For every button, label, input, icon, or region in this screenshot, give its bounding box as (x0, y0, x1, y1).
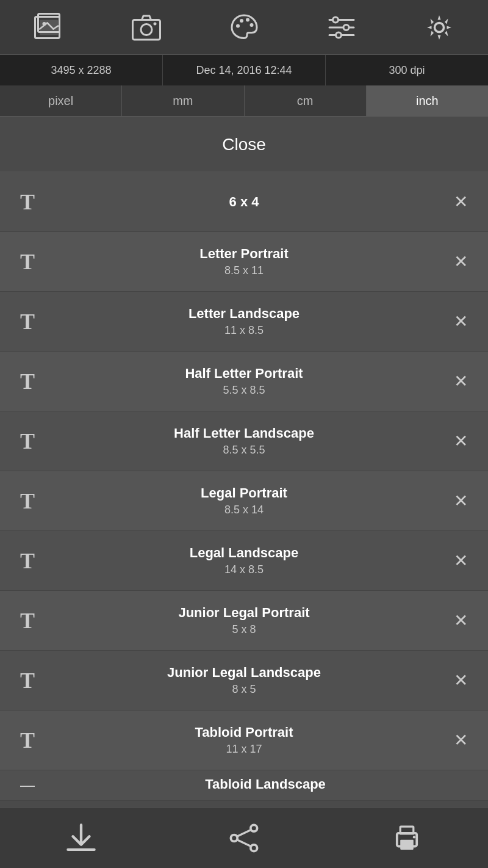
item-type-icon: T (6, 189, 49, 215)
list-item[interactable]: T Legal Landscape 14 x 8.5 ✕ (0, 531, 488, 591)
item-title: Legal Landscape (190, 545, 299, 561)
sliders-icon[interactable] (323, 9, 360, 46)
item-subtitle: 5 x 8 (232, 623, 256, 636)
camera-icon[interactable] (128, 9, 165, 46)
share-button[interactable] (223, 817, 265, 859)
svg-point-11 (240, 19, 243, 23)
delete-button[interactable]: ✕ (439, 371, 482, 391)
size-list: T 6 x 4 ✕ T Letter Portrait 8.5 x 11 ✕ T… (0, 172, 488, 801)
svg-point-17 (333, 17, 339, 23)
date-info: Dec 14, 2016 12:44 (163, 55, 326, 85)
item-subtitle: 11 x 8.5 (224, 324, 264, 337)
tab-pixel[interactable]: pixel (0, 85, 122, 116)
item-title: Tabloid Portrait (195, 725, 293, 740)
item-subtitle: 5.5 x 8.5 (223, 384, 265, 397)
item-title: Half Letter Landscape (174, 425, 314, 441)
svg-line-27 (237, 839, 251, 846)
list-item-partial[interactable]: — Tabloid Landscape (0, 770, 488, 801)
item-title: Junior Legal Landscape (167, 665, 321, 681)
item-type-icon: T (6, 369, 49, 394)
list-item[interactable]: T Letter Portrait 8.5 x 11 ✕ (0, 232, 488, 292)
bottom-toolbar (0, 807, 488, 868)
item-title: Junior Legal Portrait (178, 605, 309, 621)
list-item[interactable]: T Junior Legal Portrait 5 x 8 ✕ (0, 591, 488, 651)
item-subtitle: 11 x 17 (226, 743, 262, 756)
delete-button[interactable]: ✕ (439, 551, 482, 571)
gallery-icon[interactable] (30, 9, 67, 46)
item-type-icon: T (6, 728, 49, 753)
item-dash-icon: — (6, 776, 49, 794)
item-content: Legal Landscape 14 x 8.5 (49, 545, 439, 576)
item-title: Letter Portrait (199, 246, 288, 262)
download-button[interactable] (60, 817, 102, 859)
list-item[interactable]: T 6 x 4 ✕ (0, 172, 488, 232)
item-content: Legal Portrait 8.5 x 14 (49, 485, 439, 516)
top-toolbar (0, 0, 488, 55)
delete-button[interactable]: ✕ (439, 730, 482, 750)
svg-point-9 (154, 22, 157, 25)
item-content: Half Letter Landscape 8.5 x 5.5 (49, 425, 439, 457)
item-content: Letter Portrait 8.5 x 11 (49, 246, 439, 277)
item-type-icon: T (6, 668, 49, 693)
svg-point-18 (343, 24, 349, 30)
close-area: Close (0, 117, 488, 172)
item-subtitle: 8.5 x 11 (224, 264, 264, 277)
delete-button[interactable]: ✕ (439, 491, 482, 511)
info-bar: 3495 x 2288 Dec 14, 2016 12:44 300 dpi (0, 55, 488, 85)
delete-button[interactable]: ✕ (439, 610, 482, 631)
svg-point-13 (250, 23, 254, 27)
tab-mm[interactable]: mm (122, 85, 244, 116)
item-type-icon: T (6, 249, 49, 275)
item-title: Half Letter Portrait (185, 366, 303, 382)
item-content: Half Letter Portrait 5.5 x 8.5 (49, 366, 439, 397)
delete-button[interactable]: ✕ (439, 311, 482, 331)
print-button[interactable] (386, 817, 428, 859)
delete-button[interactable]: ✕ (439, 670, 482, 690)
svg-point-31 (412, 836, 415, 838)
resolution-info: 3495 x 2288 (0, 55, 163, 85)
partial-item-title: Tabloid Landscape (49, 776, 482, 792)
svg-point-6 (43, 22, 46, 26)
item-content: Letter Landscape 11 x 8.5 (49, 306, 439, 337)
list-item[interactable]: T Junior Legal Landscape 8 x 5 ✕ (0, 651, 488, 711)
item-title: 6 x 4 (229, 194, 259, 210)
delete-button[interactable]: ✕ (439, 431, 482, 451)
svg-point-12 (246, 18, 249, 21)
item-content: Tabloid Portrait 11 x 17 (49, 725, 439, 756)
delete-button[interactable]: ✕ (439, 251, 482, 272)
svg-point-19 (336, 32, 342, 38)
unit-tabs: pixel mm cm inch (0, 85, 488, 117)
list-item[interactable]: T Tabloid Portrait 11 x 17 ✕ (0, 711, 488, 770)
item-subtitle: 8.5 x 5.5 (223, 444, 265, 457)
item-type-icon: T (6, 548, 49, 574)
item-content: 6 x 4 (49, 194, 439, 210)
palette-icon[interactable] (226, 9, 262, 46)
svg-point-10 (236, 24, 240, 27)
list-item[interactable]: T Half Letter Portrait 5.5 x 8.5 ✕ (0, 352, 488, 411)
svg-point-8 (141, 24, 152, 35)
item-type-icon: T (6, 488, 49, 514)
item-subtitle: 8.5 x 14 (224, 504, 264, 516)
close-button[interactable]: Close (222, 135, 266, 154)
item-title: Letter Landscape (188, 306, 300, 322)
tab-inch[interactable]: inch (367, 85, 488, 116)
list-item[interactable]: T Legal Portrait 8.5 x 14 ✕ (0, 471, 488, 531)
item-type-icon: T (6, 309, 49, 335)
list-item[interactable]: T Letter Landscape 11 x 8.5 ✕ (0, 292, 488, 352)
tab-cm[interactable]: cm (245, 85, 367, 116)
svg-point-20 (435, 23, 444, 32)
item-type-icon: T (6, 429, 49, 454)
delete-button[interactable]: ✕ (439, 192, 482, 212)
dpi-info: 300 dpi (326, 55, 488, 85)
item-type-icon: T (6, 608, 49, 634)
svg-rect-29 (400, 839, 414, 849)
item-content: Junior Legal Landscape 8 x 5 (49, 665, 439, 696)
settings-icon[interactable] (421, 9, 458, 46)
item-subtitle: 8 x 5 (232, 683, 256, 696)
svg-line-26 (237, 830, 251, 836)
item-content: Junior Legal Portrait 5 x 8 (49, 605, 439, 636)
list-item[interactable]: T Half Letter Landscape 8.5 x 5.5 ✕ (0, 411, 488, 471)
item-subtitle: 14 x 8.5 (224, 563, 264, 576)
item-title: Legal Portrait (201, 485, 287, 501)
